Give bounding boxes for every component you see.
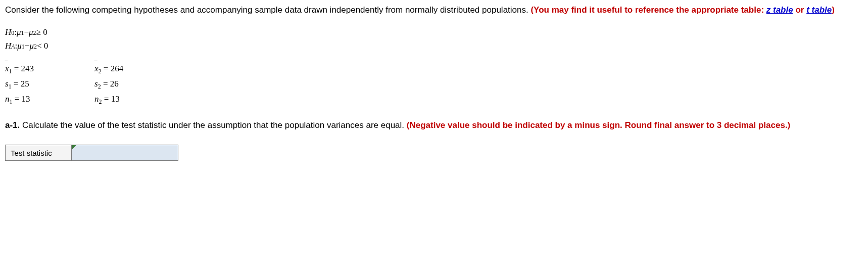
xbar2-row: x2 = 264	[94, 63, 123, 76]
answer-row: Test statistic	[6, 145, 178, 161]
xbar1-val: 243	[21, 64, 34, 73]
n2-val: 13	[111, 94, 120, 104]
question-a1: a-1. Calculate the value of the test sta…	[5, 119, 863, 131]
mu1: μ	[17, 25, 21, 39]
s1-row: s1 = 25	[5, 78, 34, 91]
s1-val: 25	[21, 79, 29, 89]
mu1a: μ	[17, 39, 22, 53]
ha-row: HA: μ1 − μ2 < 0	[5, 39, 863, 53]
answer-table: Test statistic	[5, 145, 178, 161]
h0-H: H	[5, 25, 11, 39]
or-text: or	[793, 5, 806, 15]
h0-row: H0: μ1 − μ2 ≥ 0	[5, 25, 863, 39]
h0-rel: ≥ 0	[36, 25, 47, 39]
xbar1-eq: =	[12, 64, 21, 73]
corner-mark-icon	[72, 145, 76, 150]
xbar1: x	[5, 63, 9, 75]
question-note: (Negative value should be indicated by a…	[407, 120, 791, 130]
sample-col-1: x1 = 243 s1 = 25 n1 = 13	[5, 63, 34, 106]
n1-val: 13	[22, 94, 30, 104]
n2-row: n2 = 13	[94, 93, 123, 106]
n2-eq: =	[102, 94, 111, 104]
xbar1-row: x1 = 243	[5, 63, 34, 76]
xbar2-eq: =	[102, 64, 111, 73]
intro-text: Consider the following competing hypothe…	[5, 4, 863, 16]
question-label: a-1.	[5, 120, 20, 130]
n2: n	[94, 94, 99, 104]
answer-label-cell: Test statistic	[6, 145, 72, 161]
mu2: μ	[29, 25, 33, 39]
s2-row: s2 = 26	[94, 78, 123, 91]
z-table-link[interactable]: z table	[766, 5, 793, 15]
xbar2: x	[94, 63, 99, 75]
sample-data-block: x1 = 243 s1 = 25 n1 = 13 x2 = 264 s2 = 2…	[5, 63, 863, 106]
n1-row: n1 = 13	[5, 93, 34, 106]
intro-note: (You may find it useful to reference the…	[531, 5, 834, 15]
answer-input-cell[interactable]	[72, 145, 178, 161]
minus1: −	[24, 25, 29, 39]
s1-eq: =	[12, 79, 21, 89]
n1: n	[5, 94, 10, 104]
ha-H: H	[5, 39, 11, 53]
t-table-link[interactable]: t table	[806, 5, 832, 15]
hypotheses-block: H0: μ1 − μ2 ≥ 0 HA: μ1 − μ2 < 0	[5, 25, 863, 53]
ha-rel: < 0	[37, 39, 48, 53]
note-suffix: )	[832, 5, 835, 15]
n1-eq: =	[12, 94, 21, 104]
s1: s	[5, 79, 9, 89]
ha-sub: A	[11, 42, 15, 52]
mu2a: μ	[29, 39, 34, 53]
s2: s	[94, 79, 98, 89]
s2-val: 26	[110, 79, 119, 89]
minus2: −	[25, 39, 30, 53]
s2-eq: =	[101, 79, 110, 89]
question-text: Calculate the value of the test statisti…	[20, 120, 406, 130]
sample-col-2: x2 = 264 s2 = 26 n2 = 13	[94, 63, 123, 106]
note-prefix: (You may find it useful to reference the…	[531, 5, 766, 15]
test-statistic-input[interactable]	[72, 145, 178, 160]
intro-line: Consider the following competing hypothe…	[5, 5, 531, 15]
xbar2-val: 264	[111, 64, 124, 73]
